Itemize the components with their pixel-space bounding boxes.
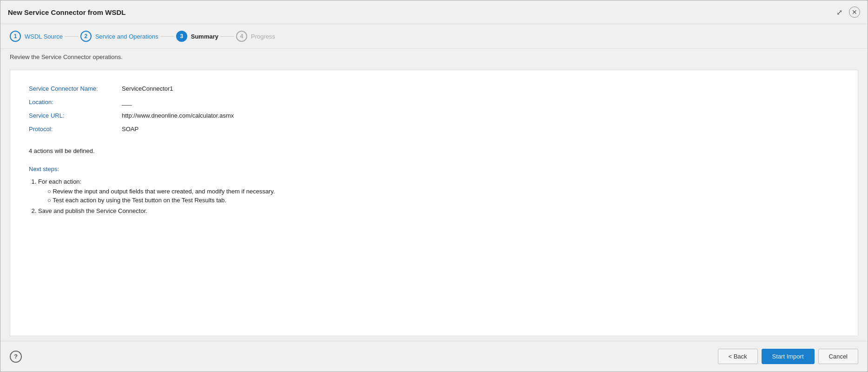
step-3-circle: 3: [176, 31, 187, 42]
next-step-1-subitems: Review the input and output fields that …: [38, 188, 839, 204]
steps-bar: 1 WSDL Source 2 Service and Operations 3…: [0, 24, 868, 49]
sub-item-2: Test each action by using the Test butto…: [47, 197, 839, 204]
step-1-label: WSDL Source: [25, 33, 63, 40]
location-value: ___: [122, 98, 839, 106]
step-4-circle: 4: [236, 31, 247, 42]
step-1-circle: 1: [10, 31, 21, 42]
service-url-value: http://www.dneonline.com/calculator.asmx: [122, 111, 839, 120]
close-button[interactable]: ✕: [849, 7, 860, 18]
next-steps-label: Next steps:: [29, 166, 839, 173]
start-import-button[interactable]: Start Import: [762, 349, 815, 364]
protocol-label: Protocol:: [29, 125, 122, 133]
step-2-circle: 2: [80, 31, 92, 42]
next-step-2: Save and publish the Service Connector.: [38, 207, 839, 214]
step-2-label: Service and Operations: [95, 33, 158, 40]
maximize-button[interactable]: ⤢: [833, 6, 845, 18]
dialog: New Service Connector from WSDL ⤢ ✕ 1 WS…: [0, 0, 868, 372]
step-separator-3: [220, 36, 234, 37]
step-3[interactable]: 3 Summary: [176, 31, 218, 42]
location-label: Location:: [29, 98, 122, 106]
review-text: Review the Service Connector operations.: [0, 49, 868, 65]
step-4-label: Progress: [251, 33, 275, 40]
help-icon: ?: [14, 353, 18, 360]
help-button[interactable]: ?: [10, 351, 22, 363]
back-button[interactable]: < Back: [718, 349, 758, 364]
title-bar-controls: ⤢ ✕: [833, 6, 860, 18]
dialog-title: New Service Connector from WSDL: [8, 8, 125, 16]
close-icon: ✕: [852, 8, 857, 16]
step-2[interactable]: 2 Service and Operations: [80, 31, 158, 42]
footer: ? < Back Start Import Cancel: [0, 341, 868, 372]
service-url-label: Service URL:: [29, 111, 122, 120]
content-box: Service Connector Name: ServiceConnector…: [10, 70, 858, 336]
protocol-value: SOAP: [122, 125, 839, 133]
footer-left: ?: [10, 351, 22, 363]
footer-right: < Back Start Import Cancel: [718, 349, 859, 364]
step-3-label: Summary: [191, 33, 218, 40]
title-bar: New Service Connector from WSDL ⤢ ✕: [0, 0, 868, 24]
step-1[interactable]: 1 WSDL Source: [10, 31, 63, 42]
actions-text: 4 actions will be defined.: [29, 147, 839, 154]
connector-name-label: Service Connector Name:: [29, 84, 122, 93]
cancel-button[interactable]: Cancel: [818, 349, 858, 364]
next-steps-list: For each action: Review the input and ou…: [29, 178, 839, 214]
info-table: Service Connector Name: ServiceConnector…: [29, 84, 839, 133]
main-content: Service Connector Name: ServiceConnector…: [0, 65, 868, 341]
maximize-icon: ⤢: [836, 8, 842, 17]
sub-item-1: Review the input and output fields that …: [47, 188, 839, 195]
step-4: 4 Progress: [236, 31, 275, 42]
next-step-1: For each action: Review the input and ou…: [38, 178, 839, 204]
step-separator-1: [65, 36, 79, 37]
connector-name-value: ServiceConnector1: [122, 84, 839, 93]
step-separator-2: [160, 36, 174, 37]
